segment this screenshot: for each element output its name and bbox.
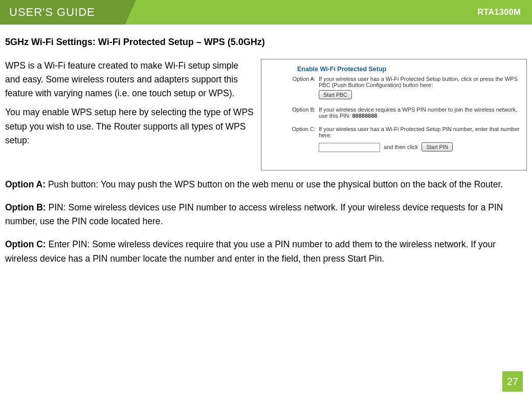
option-c-text: Enter PIN: Some wireless devices require… — [5, 239, 496, 263]
panel-option-c-input-row: and then click Start PIN — [265, 140, 522, 152]
option-b-text: PIN: Some wireless devices use PIN numbe… — [5, 202, 503, 226]
option-a-text: Push button: You may push the WPS button… — [46, 179, 503, 189]
panel-option-c-text: If your wireless user has a Wi-Fi Protec… — [319, 126, 520, 138]
intro-paragraph-1: WPS is a Wi-Fi feature created to make W… — [5, 59, 254, 100]
wps-panel-title: Enable Wi-Fi Protected Setup — [297, 66, 522, 73]
option-c-block: Option C: Enter PIN: Some wireless devic… — [5, 238, 527, 265]
header-bar: USER'S GUIDE RTA1300M — [0, 0, 532, 25]
option-a-block: Option A: Push button: You may push the … — [5, 178, 527, 191]
model-label: RTA1300M — [477, 8, 521, 17]
pin-input[interactable] — [319, 143, 380, 152]
option-b-lead: Option B: — [5, 202, 46, 212]
start-pbc-button[interactable]: Start PBC — [319, 90, 352, 99]
panel-option-b-body: If your wireless device requires a WPS P… — [319, 106, 522, 119]
intro-text: WPS is a Wi-Fi feature created to make W… — [5, 59, 254, 170]
panel-option-a-text: If your wireless user has a Wi-Fi Protec… — [319, 76, 518, 88]
content-area: 5GHz Wi-Fi Settings: Wi-Fi Protected Set… — [0, 25, 532, 266]
option-c-lead: Option C: — [5, 239, 46, 249]
start-pin-button[interactable]: Start PIN — [422, 142, 453, 152]
panel-option-c: Option C: If your wireless user has a Wi… — [265, 126, 522, 138]
intro-row: WPS is a Wi-Fi feature created to make W… — [5, 59, 527, 170]
panel-option-a-label: Option A: — [265, 76, 319, 99]
guide-label: USER'S GUIDE — [0, 0, 136, 25]
panel-option-c-label: Option C: — [265, 126, 319, 138]
and-then-click-text: and then click — [384, 144, 418, 150]
panel-option-b-text: If your wireless device requires a WPS P… — [319, 106, 517, 119]
panel-option-a: Option A: If your wireless user has a Wi… — [265, 76, 522, 99]
panel-option-b: Option B: If your wireless device requir… — [265, 106, 522, 119]
wps-pin-value: 88888888 — [352, 113, 377, 119]
panel-option-b-label: Option B: — [265, 106, 319, 119]
intro-paragraph-2: You may enable WPS setup here by selecti… — [5, 105, 254, 147]
option-a-lead: Option A: — [5, 179, 46, 189]
page-title: 5GHz Wi-Fi Settings: Wi-Fi Protected Set… — [5, 37, 527, 48]
option-b-block: Option B: PIN: Some wireless devices use… — [5, 201, 527, 228]
page-number: 27 — [502, 371, 523, 392]
wps-panel: Enable Wi-Fi Protected Setup Option A: I… — [261, 59, 527, 170]
panel-option-a-body: If your wireless user has a Wi-Fi Protec… — [319, 76, 522, 99]
panel-option-c-body: If your wireless user has a Wi-Fi Protec… — [319, 126, 522, 138]
